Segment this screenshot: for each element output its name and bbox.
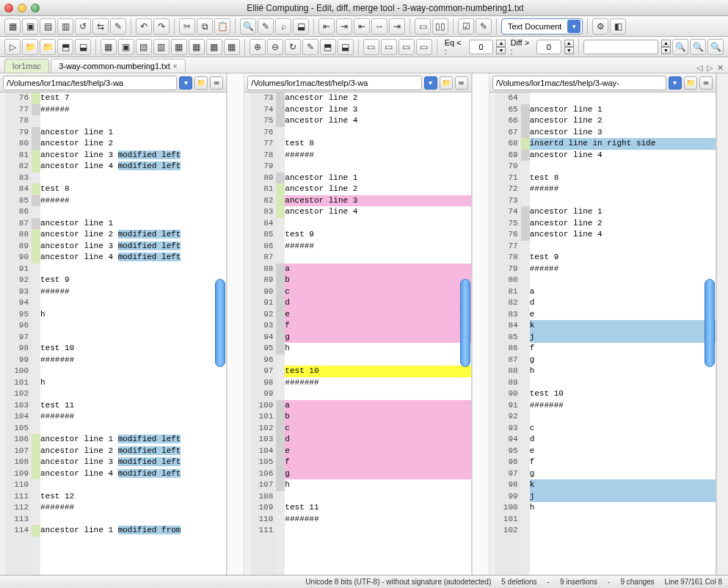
eq-value[interactable]: 0 bbox=[469, 40, 494, 54]
code-line[interactable]: d bbox=[530, 297, 716, 309]
code-line[interactable]: ancestor line 2 bbox=[40, 138, 226, 150]
code-line[interactable]: ancestor line 4 bbox=[530, 150, 716, 161]
layout-icon-1[interactable]: ▯▯ bbox=[432, 18, 448, 35]
view-icon-2[interactable]: ▤ bbox=[136, 39, 152, 55]
file-icon-4[interactable]: ↺ bbox=[75, 18, 91, 35]
link-icon[interactable]: ∞ bbox=[699, 76, 713, 90]
code-line[interactable]: f bbox=[530, 457, 716, 468]
code-line[interactable] bbox=[40, 264, 226, 275]
code-line[interactable]: ancestor line 4 bbox=[530, 229, 716, 241]
link-icon[interactable]: ∞ bbox=[210, 76, 223, 90]
code-line[interactable]: h bbox=[40, 377, 226, 389]
code-line[interactable]: g bbox=[530, 355, 716, 366]
code-line[interactable]: ancestor line 2 modified left bbox=[40, 446, 226, 457]
code-line[interactable] bbox=[530, 275, 716, 286]
view-icon-1[interactable]: ▣ bbox=[118, 39, 134, 55]
merge-icon-1[interactable]: ⊖ bbox=[267, 39, 283, 55]
code-line[interactable]: j bbox=[530, 491, 716, 503]
next-tab-icon[interactable]: ▷ bbox=[707, 63, 713, 73]
code-line[interactable]: d bbox=[530, 434, 716, 446]
session-icon-3[interactable]: ⬒ bbox=[57, 39, 73, 55]
pane-center-path[interactable]: /Volumes/lor1mac/test/help/3-wa bbox=[247, 76, 421, 90]
pane-icon-0[interactable]: ▭ bbox=[363, 39, 379, 55]
code-line[interactable]: d bbox=[285, 434, 470, 446]
code-line[interactable]: ###### bbox=[40, 286, 226, 298]
code-line[interactable]: ancestor line 4 modified left bbox=[40, 468, 226, 480]
code-line[interactable]: ancestor line 2 bbox=[530, 218, 716, 230]
code-line[interactable] bbox=[40, 320, 226, 332]
session-icon-0[interactable]: ▷ bbox=[4, 39, 21, 55]
zoom-icon-1[interactable]: 🔍 bbox=[690, 39, 706, 55]
code-line[interactable]: ###### bbox=[285, 241, 470, 253]
code-line[interactable]: a bbox=[530, 286, 716, 298]
file-icon-2[interactable]: ▤ bbox=[40, 18, 56, 35]
code-line[interactable]: e bbox=[530, 446, 716, 457]
code-line[interactable]: c bbox=[530, 423, 716, 435]
code-line[interactable]: g bbox=[530, 468, 716, 480]
code-line[interactable]: test 8 bbox=[285, 138, 470, 150]
code-line[interactable] bbox=[530, 92, 716, 104]
file-icon-5[interactable]: ⇆ bbox=[92, 18, 109, 35]
nav-diff-icon-2[interactable]: ⇤ bbox=[354, 18, 370, 35]
code-line[interactable]: test 9 bbox=[40, 275, 226, 286]
code-line[interactable]: ####### bbox=[40, 502, 226, 514]
code-line[interactable]: e bbox=[530, 309, 716, 321]
code-line[interactable]: e bbox=[285, 446, 470, 457]
code-line[interactable] bbox=[285, 252, 470, 264]
path-dropdown-icon[interactable]: ▾ bbox=[424, 76, 437, 90]
find-icon-0[interactable]: 🔍 bbox=[240, 18, 256, 35]
code-line[interactable]: ####### bbox=[285, 377, 470, 389]
code-line[interactable]: ancestor line 4 bbox=[285, 206, 470, 218]
code-line[interactable]: j bbox=[530, 332, 716, 344]
merge-icon-4[interactable]: ⬒ bbox=[320, 39, 336, 55]
path-dropdown-icon[interactable]: ▾ bbox=[669, 76, 682, 90]
clipboard-icon-0[interactable]: ✂ bbox=[179, 18, 195, 35]
folder-open-icon[interactable]: 📁 bbox=[440, 76, 453, 90]
code-line[interactable]: ancestor line 2 modified left bbox=[40, 229, 226, 241]
code-line[interactable]: ancestor line 1 bbox=[40, 218, 226, 230]
view-icon-3[interactable]: ▥ bbox=[153, 39, 170, 55]
code-line[interactable]: g bbox=[285, 332, 470, 344]
code-line[interactable]: test 10 bbox=[285, 366, 470, 377]
code-line[interactable] bbox=[285, 525, 470, 537]
pane-left-path[interactable]: /Volumes/lor1mac/test/help/3-wa bbox=[3, 76, 177, 90]
code-line[interactable]: ancestor line 1 bbox=[40, 127, 226, 139]
clipboard-icon-2[interactable]: 📋 bbox=[214, 18, 230, 35]
layout-icon-0[interactable]: ▭ bbox=[415, 18, 431, 35]
file-icon-6[interactable]: ✎ bbox=[110, 18, 126, 35]
code-line[interactable]: ancestor line 4 modified left bbox=[40, 161, 226, 173]
prev-tab-icon[interactable]: ◁ bbox=[696, 63, 702, 73]
code-line[interactable]: test 10 bbox=[530, 388, 716, 400]
code-line[interactable]: ###### bbox=[530, 264, 716, 275]
editor-right[interactable]: 6465666768697071727374757677787980818283… bbox=[489, 92, 716, 575]
zoom-icon-2[interactable]: 🔍 bbox=[707, 39, 724, 55]
code-line[interactable]: ancestor line 1 bbox=[530, 206, 716, 218]
opts-icon-1[interactable]: ✎ bbox=[476, 18, 492, 35]
code-line[interactable]: k bbox=[530, 320, 716, 332]
nav-diff-icon-0[interactable]: ⇤ bbox=[318, 18, 335, 35]
code-line[interactable]: f bbox=[530, 343, 716, 355]
code-line[interactable]: ancestor line 1 modified left bbox=[40, 434, 226, 446]
clipboard-icon-1[interactable]: ⧉ bbox=[197, 18, 213, 35]
code-line[interactable]: ###### bbox=[530, 184, 716, 195]
code-line[interactable] bbox=[530, 377, 716, 389]
undo-icon-0[interactable]: ↶ bbox=[136, 18, 152, 35]
code-line[interactable]: a bbox=[285, 400, 470, 412]
code-line[interactable]: ancestor line 4 modified left bbox=[40, 252, 226, 264]
code-line[interactable]: test 8 bbox=[530, 173, 716, 184]
doctype-combo[interactable]: Text Document ▾ bbox=[501, 18, 583, 35]
code-line[interactable] bbox=[40, 514, 226, 526]
code-line[interactable]: f bbox=[285, 320, 470, 332]
file-icon-3[interactable]: ▥ bbox=[57, 18, 73, 35]
code-line[interactable] bbox=[285, 388, 470, 400]
pane-right-path[interactable]: /Volumes/lor1mac/test/help/3-way- bbox=[492, 76, 666, 90]
view-icon-5[interactable]: ▦ bbox=[189, 39, 205, 55]
search-stepper[interactable]: ▲▼ bbox=[661, 40, 671, 54]
code-line[interactable]: test 9 bbox=[530, 252, 716, 264]
link-icon[interactable]: ∞ bbox=[455, 76, 468, 90]
code-line[interactable]: ancestor line 3 modified left bbox=[40, 150, 226, 161]
code-line[interactable]: test 11 bbox=[285, 502, 470, 514]
code-line[interactable]: test 7 bbox=[40, 92, 226, 104]
code-line[interactable]: ####### bbox=[40, 355, 226, 366]
folder-open-icon[interactable]: 📁 bbox=[194, 76, 208, 90]
